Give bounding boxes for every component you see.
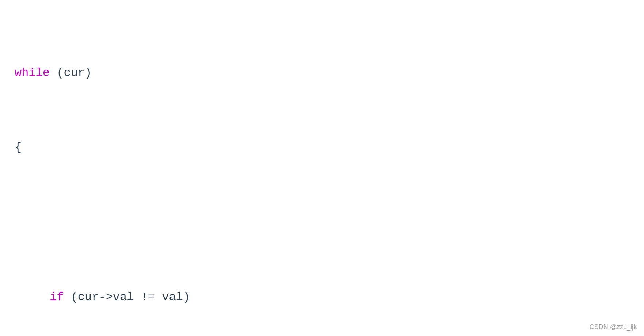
code-text: (cur) [50, 66, 92, 80]
code-text: (cur->val != val) [64, 290, 190, 304]
code-indent [15, 290, 50, 304]
keyword-while: while [15, 66, 50, 80]
watermark: CSDN @zzu_ljk [590, 322, 637, 332]
code-block: while (cur) { if (cur->val != val) { pre… [15, 7, 629, 336]
code-line-1: while (cur) [15, 64, 629, 82]
keyword-if: if [50, 290, 64, 304]
code-line-3 [15, 213, 629, 232]
code-line-2: { [15, 138, 629, 157]
code-line-4: if (cur->val != val) [15, 288, 629, 306]
code-text: { [15, 141, 22, 154]
